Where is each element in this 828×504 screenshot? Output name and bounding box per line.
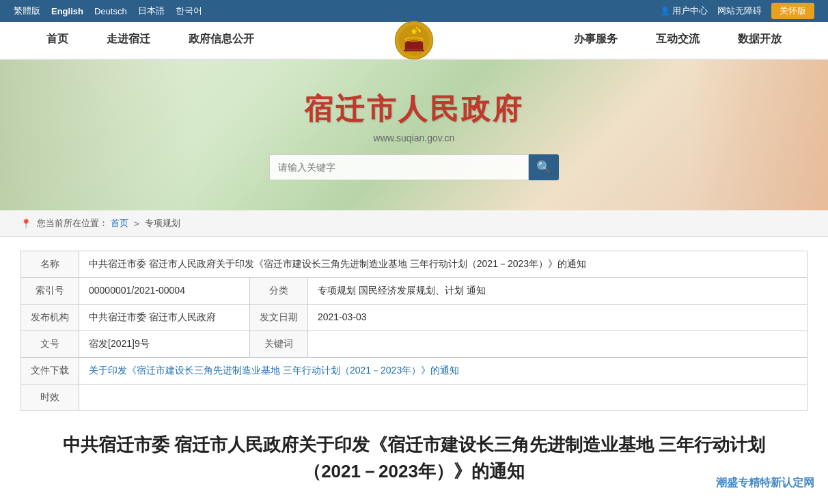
- top-bar-right: 用户中心 网站无障碍 关怀版: [660, 3, 814, 19]
- lang-korean[interactable]: 한국어: [176, 5, 202, 17]
- accessibility-link[interactable]: 网站无障碍: [717, 5, 762, 17]
- top-bar: 繁體版 English Deutsch 日本語 한국어 用户中心 网站无障碍 关…: [0, 0, 828, 22]
- download-link[interactable]: 关于印发《宿迁市建设长三角先进制造业基地 三年行动计划（2021－2023年）》…: [89, 365, 459, 376]
- table-row: 索引号 00000001/2021-00004 分类 专项规划 国民经济发展规划…: [21, 278, 808, 305]
- label-name: 名称: [21, 251, 79, 278]
- lang-english[interactable]: English: [51, 6, 83, 16]
- language-switcher: 繁體版 English Deutsch 日本語 한국어: [14, 5, 202, 17]
- value-publisher: 中共宿迁市委 宿迁市人民政府: [79, 305, 250, 331]
- label-docnum: 文号: [21, 331, 79, 358]
- search-input[interactable]: [269, 154, 529, 180]
- breadcrumb-prefix: 您当前所在位置：: [37, 217, 108, 229]
- value-docnum: 宿发[2021]9号: [79, 331, 250, 358]
- national-emblem: [394, 20, 434, 61]
- svg-rect-4: [404, 50, 424, 51]
- main-content: 名称 中共宿迁市委 宿迁市人民政府关于印发《宿迁市建设长三角先进制造业基地 三年…: [0, 237, 828, 504]
- nav-interaction[interactable]: 互动交流: [637, 21, 719, 59]
- breadcrumb-separator: >: [134, 219, 139, 229]
- value-keywords: [308, 331, 808, 358]
- location-icon: 📍: [20, 219, 31, 229]
- nav-home[interactable]: 首页: [27, 21, 87, 59]
- search-button[interactable]: 🔍: [529, 154, 559, 180]
- value-category: 专项规划 国民经济发展规划、计划 通知: [308, 278, 808, 305]
- breadcrumb: 📍 您当前所在位置： 首页 > 专项规划: [0, 210, 828, 237]
- nav-services[interactable]: 办事服务: [555, 21, 637, 59]
- hero-deco-right: [691, 60, 828, 210]
- value-index: 00000001/2021-00004: [79, 278, 250, 305]
- label-keywords: 关键词: [250, 331, 308, 358]
- nav-about[interactable]: 走进宿迁: [87, 21, 169, 59]
- table-row: 名称 中共宿迁市委 宿迁市人民政府关于印发《宿迁市建设长三角先进制造业基地 三年…: [21, 251, 808, 278]
- table-row: 发布机构 中共宿迁市委 宿迁市人民政府 发文日期 2021-03-03: [21, 305, 808, 331]
- value-name: 中共宿迁市委 宿迁市人民政府关于印发《宿迁市建设长三角先进制造业基地 三年行动计…: [79, 251, 808, 278]
- nav-gov-info[interactable]: 政府信息公开: [169, 21, 273, 59]
- lang-japanese[interactable]: 日本語: [138, 5, 165, 17]
- breadcrumb-current: 专项规划: [145, 217, 180, 229]
- hero-banner: 宿迁市人民政府 www.suqian.gov.cn 🔍: [0, 60, 828, 210]
- table-row: 时效: [21, 384, 808, 411]
- label-download: 文件下载: [21, 358, 79, 384]
- table-row: 文件下载 关于印发《宿迁市建设长三角先进制造业基地 三年行动计划（2021－20…: [21, 358, 808, 384]
- hero-deco-left: [0, 60, 191, 210]
- nav-bar: 首页 走进宿迁 政府信息公开 办事服务 互动交流 数据开放: [0, 22, 828, 60]
- table-row: 文号 宿发[2021]9号 关键词: [21, 331, 808, 358]
- site-title: 宿迁市人民政府: [304, 90, 524, 128]
- search-bar: 🔍: [269, 154, 559, 180]
- label-index: 索引号: [21, 278, 79, 305]
- value-date: 2021-03-03: [308, 305, 808, 331]
- nav-logo: [394, 20, 434, 61]
- lang-deutsch[interactable]: Deutsch: [94, 6, 127, 16]
- label-category: 分类: [250, 278, 308, 305]
- label-publisher: 发布机构: [21, 305, 79, 331]
- value-validity: [79, 384, 808, 411]
- value-download: 关于印发《宿迁市建设长三角先进制造业基地 三年行动计划（2021－2023年）》…: [79, 358, 808, 384]
- nav-items: 首页 走进宿迁 政府信息公开: [27, 21, 273, 59]
- lang-traditional[interactable]: 繁體版: [14, 5, 40, 17]
- article-title: 中共宿迁市委 宿迁市人民政府关于印发《宿迁市建设长三角先进制造业基地 三年行动计…: [20, 432, 808, 485]
- breadcrumb-home[interactable]: 首页: [111, 217, 128, 229]
- label-validity: 时效: [21, 384, 79, 411]
- label-date: 发文日期: [250, 305, 308, 331]
- nav-data[interactable]: 数据开放: [719, 21, 801, 59]
- site-url: www.suqian.gov.cn: [374, 132, 455, 143]
- user-center-link[interactable]: 用户中心: [660, 5, 708, 17]
- care-version-button[interactable]: 关怀版: [771, 3, 814, 19]
- info-table: 名称 中共宿迁市委 宿迁市人民政府关于印发《宿迁市建设长三角先进制造业基地 三年…: [20, 251, 808, 411]
- nav-items-right: 办事服务 互动交流 数据开放: [555, 21, 801, 59]
